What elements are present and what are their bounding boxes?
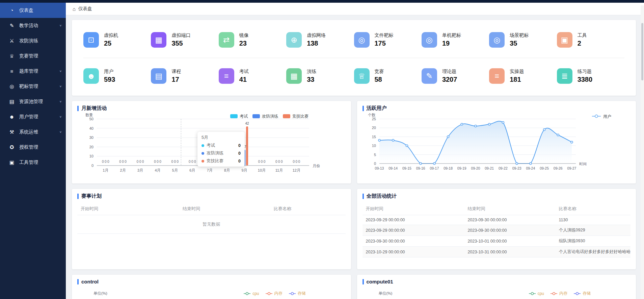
chart-text: 20 [89, 145, 93, 149]
series-dot [202, 160, 204, 163]
sidebar-item-1[interactable]: ◔仪表盘 [0, 3, 66, 18]
sidebar-item-5[interactable]: ≡题库管理∨ [0, 64, 66, 79]
legend-item-存储[interactable]: 存储 [289, 291, 306, 296]
contest-trophy-icon: ♕ [354, 68, 370, 84]
chart-text: 0 [125, 160, 127, 164]
tooltip-row: 考试0 [202, 143, 241, 148]
scrollbar-track[interactable] [641, 5, 644, 299]
sidebar-item-label: 用户管理 [19, 114, 38, 120]
legend-label: cpu [538, 291, 544, 296]
chart-text: 20 [372, 126, 376, 130]
legend-item-竞技比赛[interactable]: 竞技比赛 [283, 114, 308, 119]
stat-value: 175 [375, 40, 394, 47]
stat-text: 场景靶标35 [510, 32, 529, 47]
legend-item-攻防演练[interactable]: 攻防演练 [252, 114, 278, 119]
chart-text: 0 [139, 160, 141, 164]
legend-item-cpu[interactable]: cpu [243, 291, 259, 296]
chart-text: 0 [91, 164, 93, 168]
chevron-down-icon: ∨ [59, 70, 62, 73]
table-cell: 组队演练0930 [556, 236, 630, 247]
sidebar-item-10[interactable]: ✪授权管理 [0, 140, 66, 155]
chart-text: 09-15 [402, 166, 411, 170]
host-target-icon: ◎ [422, 32, 437, 48]
tools-icon: ▣ [557, 32, 572, 48]
chart-text: 攻防演练 [262, 114, 278, 119]
stat-label: 镜像 [239, 32, 249, 39]
chart-text: 0 [374, 161, 376, 166]
stat-label: 用户 [104, 69, 115, 75]
sidebar-item-4[interactable]: ♕竞赛管理 [0, 48, 66, 64]
stat-label: 文件靶标 [375, 32, 394, 39]
stat-item-virtual-network: ⊕虚拟网络138 [286, 32, 354, 48]
practical-question-icon: ≡ [489, 68, 505, 84]
data-point [557, 134, 559, 136]
sidebar-item-9[interactable]: ⚒系统运维∨ [0, 124, 66, 140]
sidebar: ◔仪表盘✎教学活动∨⚔攻防演练♕竞赛管理≡题库管理∨◎靶标管理∨▤资源池管理∨☻… [0, 0, 66, 299]
legend-marker-icon [573, 292, 581, 295]
sidebar-menu: ◔仪表盘✎教学活动∨⚔攻防演练♕竞赛管理≡题库管理∨◎靶标管理∨▤资源池管理∨☻… [0, 0, 66, 170]
stat-item-practice-question: ≣练习题3380 [557, 68, 624, 84]
stat-value: 19 [442, 40, 461, 47]
chart-text: 0 [122, 160, 124, 164]
column-header: 比赛名称 [270, 203, 345, 215]
table-cell: 个人演练0929 [556, 225, 630, 236]
virtual-machine-icon: ⊡ [83, 32, 99, 48]
scene-target-icon: ◎ [489, 32, 505, 48]
card-title: 全部活动统计 [363, 193, 631, 199]
sidebar-item-label: 工具管理 [19, 159, 38, 166]
x-axis-labels: 09-1309-1409-1509-1609-1709-1809-1909-20… [375, 166, 576, 170]
tool-management-icon: ▣ [9, 159, 15, 166]
sidebar-item-7[interactable]: ▤资源池管理∨ [0, 94, 66, 109]
y-axis-ticks: 01020304050 [89, 117, 93, 168]
stats-row-1: ⊡虚拟机25▦虚拟端口355⇄镜像23⊕虚拟网络138◎文件靶标175◎单机靶标… [83, 22, 624, 58]
column-header: 开始时间 [77, 203, 179, 215]
chart-text: 0 [177, 160, 179, 164]
legend-item-考试[interactable]: 考试 [230, 114, 248, 119]
stat-text: 练习题3380 [578, 69, 593, 83]
event-plan-title: 赛事计划 [81, 193, 102, 199]
attack-defense-icon: ⚔ [9, 38, 15, 44]
sidebar-item-label: 靶标管理 [19, 83, 38, 90]
chart-text: 0 [159, 160, 161, 164]
all-activity-title: 全部活动统计 [367, 193, 397, 199]
chart-text: 1月 [103, 168, 108, 172]
table-row: 2023-09-29 00:00:002023-09-30 00:00:00个人… [363, 225, 631, 236]
legend-item-内存[interactable]: 内存 [550, 291, 567, 296]
sidebar-item-label: 教学活动 [19, 23, 38, 29]
sidebar-item-3[interactable]: ⚔攻防演练 [0, 33, 66, 48]
chart-tooltip: 5月 考试0攻防演练0竞技比赛0 [197, 132, 245, 167]
event-plan-card: 赛事计划 开始时间结束时间比赛名称暂无数据 [72, 189, 351, 269]
sidebar-item-2[interactable]: ✎教学活动∨ [0, 18, 66, 33]
tooltip-rows: 考试0攻防演练0竞技比赛0 [202, 143, 241, 164]
legend-item-cpu[interactable]: cpu [529, 291, 544, 296]
stat-item-drill: ▦演练33 [286, 68, 354, 84]
scrollbar-thumb[interactable] [641, 23, 643, 80]
chart-text: 09-26 [553, 166, 562, 170]
sidebar-item-6[interactable]: ◎靶标管理∨ [0, 79, 66, 94]
sidebar-item-8[interactable]: ☻用户管理∨ [0, 109, 66, 124]
legend-marker-icon [243, 292, 251, 295]
home-icon[interactable]: ⌂ [73, 6, 76, 12]
unit-label: 单位(%) [93, 291, 107, 296]
stat-item-contest-trophy: ♕竞赛58 [354, 68, 422, 84]
legend-item-存储[interactable]: 存储 [573, 291, 591, 296]
chart-text: 15 [372, 135, 376, 139]
data-point [378, 139, 380, 141]
chart-text: 09-27 [567, 166, 576, 170]
sidebar-item-11[interactable]: ▣工具管理 [0, 155, 66, 170]
window-top-strip [0, 0, 644, 3]
breadcrumb[interactable]: 仪表盘 [78, 6, 92, 12]
exam-icon: ≡ [219, 68, 234, 84]
chart-text: 3月 [137, 168, 143, 172]
card-title: 活跃用户 [363, 105, 631, 111]
legend-item-用户[interactable]: 用户 [592, 114, 611, 119]
all-activity-table: 开始时间结束时间比赛名称2023-09-29 00:00:002023-09-3… [363, 203, 631, 257]
stat-label: 虚拟网络 [307, 32, 326, 39]
legend-item-内存[interactable]: 内存 [265, 291, 283, 296]
line-chart-svg: 0510152025个数09-1309-1409-1509-1609-1709-… [363, 113, 631, 176]
chevron-down-icon: ∨ [59, 24, 62, 27]
legend-label: 内存 [559, 291, 567, 296]
monitor-subheader: 单位(%) cpu内存存储 [77, 291, 346, 296]
stat-label: 工具 [578, 32, 587, 39]
stat-value: 3380 [578, 76, 593, 83]
